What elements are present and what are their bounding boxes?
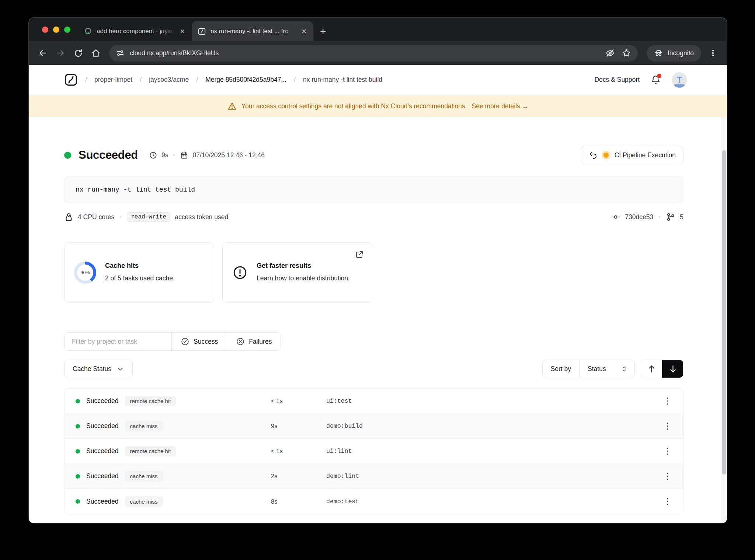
row-status-dot: [76, 499, 80, 504]
run-status-row: Succeeded 9s 07/10/2025 12:46 - 12:46 CI…: [64, 146, 683, 164]
pr-status-favicon: [84, 27, 92, 35]
row-menu-button[interactable]: ⋮: [663, 396, 683, 406]
commit-sha[interactable]: 730dce53: [625, 213, 653, 221]
close-tab-icon[interactable]: ✕: [178, 27, 187, 36]
row-status: Succeeded: [86, 422, 119, 430]
docs-support-link[interactable]: Docs & Support: [594, 76, 640, 84]
separator-dot: [120, 216, 121, 218]
separator-dot: [173, 154, 175, 156]
table-row[interactable]: Succeededremote cache hit < 1s ui:lint ⋮: [65, 439, 683, 464]
calendar-icon: [180, 151, 188, 160]
warning-triangle-icon: [227, 102, 237, 111]
row-task: ui:test: [326, 398, 655, 405]
filter-input[interactable]: [65, 333, 171, 350]
linux-penguin-icon: [64, 213, 73, 222]
cache-badge: remote cache hit: [125, 396, 176, 406]
row-menu-button[interactable]: ⋮: [663, 471, 683, 481]
breadcrumb-repo[interactable]: jaysoo3/acme: [149, 76, 189, 84]
sort-ascending-button[interactable]: [641, 360, 662, 378]
summary-cards: 40% Cache hits 2 of 5 tasks used cache. …: [64, 242, 683, 303]
arrow-up-icon: [647, 364, 656, 374]
banner-link[interactable]: See more details →: [472, 102, 528, 110]
incognito-icon: [654, 49, 663, 58]
notifications-button[interactable]: [651, 75, 661, 85]
filter-success-label: Success: [194, 338, 218, 346]
sort-select[interactable]: Status: [579, 360, 634, 378]
bookmark-star-icon[interactable]: [622, 48, 631, 58]
close-tab-icon[interactable]: ✕: [300, 27, 308, 36]
page-scrollbar[interactable]: [721, 117, 727, 523]
filter-success-button[interactable]: Success: [171, 333, 227, 350]
window-controls[interactable]: [42, 27, 70, 33]
row-duration: < 1s: [271, 448, 326, 455]
minimize-window-button[interactable]: [53, 27, 59, 33]
table-row[interactable]: Succeededcache miss 8s demo:test ⋮: [65, 489, 683, 514]
home-button[interactable]: [88, 45, 104, 61]
browser-window: add hero component · jaysoo ✕ nx run-man…: [29, 18, 727, 523]
row-status-dot: [76, 424, 80, 428]
eye-off-icon[interactable]: [605, 48, 615, 58]
cache-card-subtitle: 2 of 5 tasks used cache.: [105, 273, 175, 283]
row-menu-button[interactable]: ⋮: [663, 421, 683, 431]
new-tab-button[interactable]: +: [320, 27, 326, 37]
breadcrumb-merge[interactable]: Merge 85d500f42d5a9b47...: [205, 76, 286, 84]
site-info-icon[interactable]: [116, 49, 125, 57]
kebab-menu-icon: [709, 49, 717, 57]
row-menu-button[interactable]: ⋮: [663, 446, 683, 456]
url-text[interactable]: cloud.nx.app/runs/BkIXGHleUs: [130, 49, 600, 57]
table-row[interactable]: Succeededremote cache hit < 1s ui:test ⋮: [65, 389, 683, 414]
cache-status-label: Cache Status: [73, 365, 111, 373]
forward-button[interactable]: [52, 45, 69, 61]
notification-dot: [657, 74, 661, 78]
back-button[interactable]: [35, 45, 51, 61]
breadcrumb-separator: /: [294, 76, 296, 84]
nx-cloud-logo[interactable]: [64, 73, 78, 87]
run-duration: 9s: [161, 151, 168, 159]
breadcrumb-separator: /: [85, 76, 87, 84]
table-row[interactable]: Succeededcache miss 2s demo:lint ⋮: [65, 464, 683, 489]
banner-text: Your access control settings are not ali…: [241, 102, 467, 110]
browser-toolbar: cloud.nx.app/runs/BkIXGHleUs Incognito: [29, 41, 727, 65]
cpu-cores-label: 4 CPU cores: [78, 213, 114, 221]
command-text: nx run-many -t lint test build: [76, 186, 195, 193]
reload-button[interactable]: [70, 45, 86, 61]
row-duration: < 1s: [271, 398, 326, 405]
row-status: Succeeded: [86, 472, 119, 480]
breadcrumb: / proper-limpet / jaysoo3/acme / Merge 8…: [64, 73, 382, 87]
row-status: Succeeded: [86, 397, 119, 405]
zoom-window-button[interactable]: [64, 27, 70, 33]
avatar-letter: T: [677, 75, 682, 85]
cache-donut: 40%: [74, 262, 96, 284]
forward-icon: [56, 48, 65, 58]
breadcrumb-workspace[interactable]: proper-limpet: [94, 76, 132, 84]
sort-descending-button[interactable]: [662, 360, 683, 378]
tab-nx-run[interactable]: nx run-many -t lint test ... fro ✕: [192, 21, 313, 41]
row-duration: 9s: [271, 423, 326, 430]
row-menu-button[interactable]: ⋮: [663, 497, 683, 507]
table-row[interactable]: Succeededcache miss 9s demo:build ⋮: [65, 414, 683, 439]
distribution-card-title: Get faster results: [257, 262, 350, 270]
row-status-dot: [76, 399, 80, 403]
external-link-icon[interactable]: [355, 250, 364, 259]
address-bar[interactable]: cloud.nx.app/runs/BkIXGHleUs: [109, 45, 638, 62]
avatar[interactable]: T: [672, 72, 687, 88]
reload-icon: [74, 49, 83, 58]
pipeline-execution-button[interactable]: CI Pipeline Execution: [581, 146, 683, 164]
home-icon: [91, 48, 101, 58]
filter-failures-label: Failures: [249, 338, 272, 346]
cache-status-dropdown[interactable]: Cache Status: [64, 360, 133, 378]
scrollbar-thumb[interactable]: [722, 150, 726, 475]
row-status: Succeeded: [86, 447, 119, 455]
task-table: Succeededremote cache hit < 1s ui:test ⋮…: [64, 388, 683, 514]
distribution-card[interactable]: Get faster results Learn how to enable d…: [222, 242, 372, 303]
row-task: demo:build: [326, 423, 655, 430]
tab-add-hero-component[interactable]: add hero component · jaysoo ✕: [78, 21, 192, 41]
close-window-button[interactable]: [42, 27, 48, 33]
breadcrumb-separator: /: [196, 76, 198, 84]
row-task: demo:lint: [326, 473, 655, 480]
branch-count[interactable]: 5: [680, 213, 683, 221]
cache-percent: 40%: [74, 262, 96, 284]
list-controls: Cache Status Sort by Status: [64, 360, 683, 378]
filter-failures-button[interactable]: Failures: [227, 333, 281, 350]
browser-menu-button[interactable]: [705, 45, 721, 61]
